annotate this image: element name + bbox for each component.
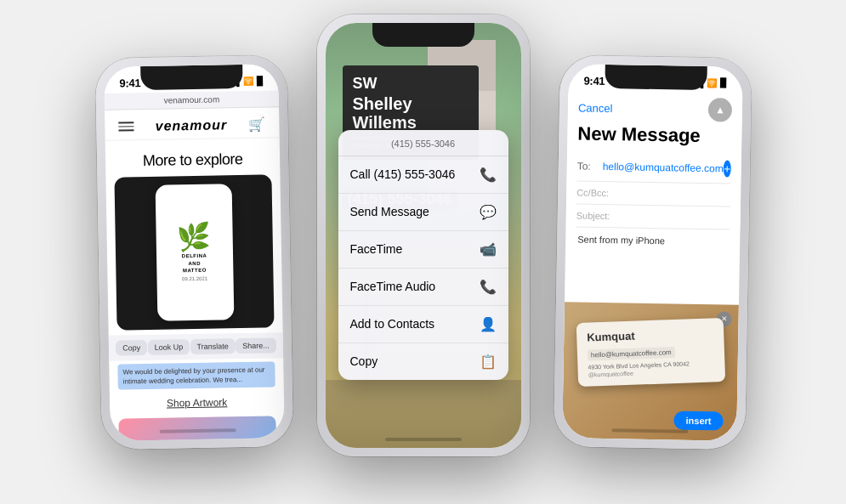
cancel-button[interactable]: Cancel [577,100,612,114]
battery-icon3: ▉ [720,78,727,88]
business-card: Kumquat hello@kumquatcoffee.com 4930 Yor… [576,317,725,386]
send-button[interactable]: ▲ [707,98,731,122]
facetime-icon: 📹 [480,241,497,258]
phone2-frame: SW Shelley Willems Shelley WillemsReal E… [317,14,530,456]
facetime-label: FaceTime [350,242,403,256]
message-label: Send Message [350,205,429,218]
menu-item-copy[interactable]: Copy 📋 [338,343,508,380]
wifi-icon: 🛜 [242,76,253,85]
insert-button[interactable]: insert [673,411,723,430]
battery-icon: ▉ [256,76,263,85]
menu-item-message[interactable]: Send Message 💬 [338,194,508,231]
invite-names: DELFINAANDMATTEO [181,252,207,275]
menu-item-facetime[interactable]: FaceTime 📹 [338,231,508,269]
facetime-audio-label: FaceTime Audio [350,280,436,293]
phone1-time: 9:41 [119,76,140,89]
menu-icon[interactable] [118,119,133,133]
to-field[interactable]: To: hello@kumquatcoffee.com + [576,151,731,184]
email-compose: Cancel ▲ New Message To: hello@kumquatco… [565,90,742,230]
compose-title: New Message [577,122,731,147]
phone1-nav: venamour 🛒 [105,107,280,141]
sign-name: Shelley Willems [353,94,468,132]
phone3-screen: 9:41 ▐▐▐ 🛜 ▉ Cancel ▲ New Message To: he… [562,64,743,441]
facetime-audio-icon: 📞 [480,279,497,295]
contacts-icon: 👤 [480,316,497,332]
phone3-time: 9:41 [583,74,605,87]
selected-text: We would be delighted by your presence a… [117,361,275,390]
cc-label: Cc/Bcc: [576,187,609,198]
phone3-home-indicator [610,428,687,433]
context-menu-header: (415) 555-3046 [338,130,508,156]
add-recipient-button[interactable]: + [723,160,730,177]
phone3-frame: 9:41 ▐▐▐ 🛜 ▉ Cancel ▲ New Message To: he… [554,55,752,450]
phone2-notch [372,23,474,47]
message-icon: 💬 [480,204,497,220]
call-label: Call (415) 555-3046 [350,167,456,181]
context-menu: (415) 555-3046 Call (415) 555-3046 📞 Sen… [338,130,508,380]
phone1-image-card: 🌿 DELFINAANDMATTEO 09.21.2021 [114,174,274,330]
phone-icon: 📞 [480,167,497,183]
to-label: To: [576,160,602,173]
menu-item-call[interactable]: Call (415) 555-3046 📞 [338,156,508,194]
copy-label: Copy [350,354,378,368]
floral-icon: 🌿 [176,224,211,252]
phone1-home-indicator [159,428,236,433]
menu-item-add-contacts[interactable]: Add to Contacts 👤 [338,306,508,343]
copy-btn[interactable]: Copy [115,339,146,355]
email-body[interactable]: Sent from my iPhone [565,227,740,254]
phone1-notch [139,64,241,89]
wifi-icon3: 🛜 [707,78,717,88]
business-card-overlay: ✕ Kumquat hello@kumquatcoffee.com 4930 Y… [562,302,739,441]
hero-title: More to explore [113,150,270,170]
phone1-screen: 9:41 ▐▐▐ 🛜 ▉ venamour.com venamour 🛒 [104,64,285,441]
translate-btn[interactable]: Translate [190,338,235,354]
cart-icon[interactable]: 🛒 [248,116,265,132]
subject-label: Subject: [576,210,610,221]
phone1-frame: 9:41 ▐▐▐ 🛜 ▉ venamour.com venamour 🛒 [95,55,293,450]
phone2-home-indicator [385,438,462,441]
invite-date: 09.21.2021 [181,275,207,281]
email-top-row: Cancel ▲ [577,95,731,122]
phone1-action-bar: Copy Look Up Translate Share... [108,332,282,361]
phones-container: 9:41 ▐▐▐ 🛜 ▉ venamour.com venamour 🛒 [82,14,765,490]
browser-url: venamour.com [163,94,219,105]
share-btn[interactable]: Share... [235,337,275,354]
brand-name: venamour [155,116,227,133]
body-text: Sent from my iPhone [577,234,665,246]
cc-field[interactable]: Cc/Bcc: [576,181,730,207]
lookup-btn[interactable]: Look Up [147,339,190,355]
shop-link[interactable]: Shop Artwork [109,390,283,416]
subject-field[interactable]: Subject: [576,204,730,229]
phone3-notch [604,64,706,89]
phone2-screen: SW Shelley Willems Shelley WillemsReal E… [326,23,521,448]
copy-icon: 📋 [480,354,497,370]
add-contacts-label: Add to Contacts [350,317,435,331]
to-value: hello@kumquatcoffee.com [602,160,723,173]
menu-item-facetime-audio[interactable]: FaceTime Audio 📞 [338,269,508,306]
bc-company: Kumquat [587,326,713,343]
bc-email: hello@kumquatcoffee.com [587,347,674,361]
phone1-hero: More to explore [105,138,280,178]
sign-initials: SW [353,76,468,91]
inner-phone: 🌿 DELFINAANDMATTEO 09.21.2021 [155,184,234,321]
bottom-banner [118,416,276,440]
